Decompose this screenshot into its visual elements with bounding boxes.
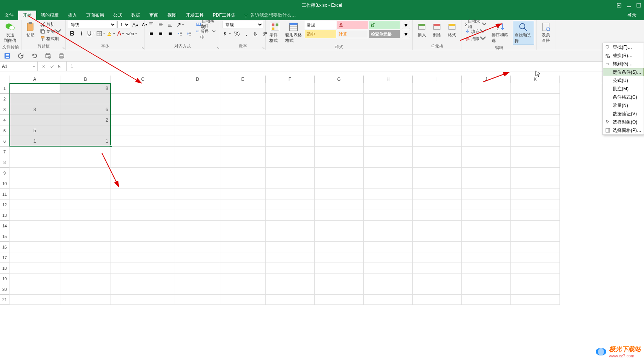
cell-D3[interactable]	[175, 104, 220, 115]
cell-A5[interactable]: 5	[9, 125, 60, 136]
enter-icon[interactable]	[50, 64, 54, 69]
cell-B13[interactable]	[60, 210, 111, 221]
cell-E11[interactable]	[220, 189, 266, 199]
font-launcher[interactable]	[140, 45, 144, 49]
cell-H11[interactable]	[364, 189, 413, 199]
cell-C16[interactable]	[111, 242, 175, 252]
tab-insert[interactable]: 插入	[63, 11, 81, 20]
select-all-corner[interactable]	[0, 76, 9, 83]
cell-K19[interactable]	[511, 273, 560, 284]
cell-C13[interactable]	[111, 210, 175, 221]
cell-J9[interactable]	[462, 168, 511, 178]
refresh-icon[interactable]	[17, 53, 24, 59]
column-header-B[interactable]: B	[60, 76, 111, 83]
delete-cells-button[interactable]: 删除	[430, 21, 444, 39]
cell-A7[interactable]	[9, 147, 60, 157]
row-header[interactable]: 16	[0, 242, 9, 252]
cell-D5[interactable]	[175, 125, 220, 136]
cell-B5[interactable]	[60, 125, 111, 136]
minimize-icon[interactable]	[627, 3, 631, 8]
align-left-button[interactable]: ≡	[147, 30, 155, 37]
decrease-indent-button[interactable]	[176, 30, 184, 37]
cell-K13[interactable]	[511, 210, 560, 221]
tab-formulas[interactable]: 公式	[109, 11, 127, 20]
ribbon-display-icon[interactable]	[617, 3, 621, 8]
cell-B4[interactable]: 2	[60, 115, 111, 125]
menu-selection-pane[interactable]: 选择窗格(P)…	[603, 126, 644, 134]
cell-J15[interactable]	[462, 231, 511, 242]
cell-E6[interactable]	[220, 136, 266, 147]
cell-F6[interactable]	[266, 136, 315, 147]
cell-B10[interactable]	[60, 178, 111, 189]
login-button[interactable]: 登录	[623, 11, 641, 20]
cell-C6[interactable]	[111, 136, 175, 147]
cell-A18[interactable]	[9, 263, 60, 273]
cell-G12[interactable]	[315, 199, 364, 210]
cell-F11[interactable]	[266, 189, 315, 199]
style-normal[interactable]: 常规	[305, 21, 336, 29]
cell-K15[interactable]	[511, 231, 560, 242]
cell-B2[interactable]	[60, 94, 111, 104]
cell-F12[interactable]	[266, 199, 315, 210]
cell-B8[interactable]	[60, 157, 111, 168]
cell-E19[interactable]	[220, 273, 266, 284]
cell-H4[interactable]	[364, 115, 413, 125]
cell-B7[interactable]	[60, 147, 111, 157]
cell-I14[interactable]	[413, 221, 462, 231]
column-header-E[interactable]: E	[220, 76, 266, 83]
row-header[interactable]: 7	[0, 147, 9, 157]
cell-E8[interactable]	[220, 157, 266, 168]
cell-H10[interactable]	[364, 178, 413, 189]
tab-layout[interactable]: 页面布局	[81, 11, 109, 20]
cell-A21[interactable]	[9, 295, 60, 305]
insert-cells-button[interactable]: 插入	[415, 21, 429, 39]
cell-H14[interactable]	[364, 221, 413, 231]
cell-D4[interactable]	[175, 115, 220, 125]
row-header[interactable]: 19	[0, 273, 9, 284]
cell-J1[interactable]	[462, 83, 511, 94]
cell-H20[interactable]	[364, 284, 413, 295]
menu-data-validation[interactable]: 数据验证(V)	[603, 110, 644, 118]
cell-E1[interactable]	[220, 83, 266, 94]
cell-H15[interactable]	[364, 231, 413, 242]
cell-A6[interactable]: 1	[9, 136, 60, 147]
comma-button[interactable]: ,	[242, 30, 251, 37]
font-size-select[interactable]: 11	[117, 21, 130, 28]
menu-cond-format[interactable]: 条件格式(C)	[603, 93, 644, 101]
row-header[interactable]: 13	[0, 210, 9, 221]
row-header[interactable]: 4	[0, 115, 9, 125]
column-header-F[interactable]: F	[266, 76, 315, 83]
cell-C2[interactable]	[111, 94, 175, 104]
cell-H3[interactable]	[364, 104, 413, 115]
cell-G11[interactable]	[315, 189, 364, 199]
cell-I7[interactable]	[413, 147, 462, 157]
alignment-launcher[interactable]	[215, 45, 219, 49]
column-header-J[interactable]: J	[462, 76, 511, 83]
cell-K16[interactable]	[511, 242, 560, 252]
style-calc[interactable]: 计算	[337, 30, 368, 38]
cell-E7[interactable]	[220, 147, 266, 157]
cell-H12[interactable]	[364, 199, 413, 210]
cell-E15[interactable]	[220, 231, 266, 242]
cell-D10[interactable]	[175, 178, 220, 189]
cell-A3[interactable]: 3	[9, 104, 60, 115]
cell-A1[interactable]: 1	[9, 83, 60, 94]
cell-J5[interactable]	[462, 125, 511, 136]
cell-B21[interactable]	[60, 295, 111, 305]
invoice-check-button[interactable]: 发票查验	[539, 21, 553, 44]
save-icon[interactable]	[4, 53, 11, 59]
cell-J14[interactable]	[462, 221, 511, 231]
cell-B16[interactable]	[60, 242, 111, 252]
cell-F7[interactable]	[266, 147, 315, 157]
increase-indent-button[interactable]	[185, 30, 194, 37]
cell-H18[interactable]	[364, 263, 413, 273]
cell-J16[interactable]	[462, 242, 511, 252]
cell-H2[interactable]	[364, 94, 413, 104]
cell-I15[interactable]	[413, 231, 462, 242]
row-header[interactable]: 17	[0, 252, 9, 263]
cell-A2[interactable]	[9, 94, 60, 104]
cell-J7[interactable]	[462, 147, 511, 157]
styles-down-button[interactable]: ▾	[402, 30, 410, 38]
cell-C7[interactable]	[111, 147, 175, 157]
cell-D13[interactable]	[175, 210, 220, 221]
